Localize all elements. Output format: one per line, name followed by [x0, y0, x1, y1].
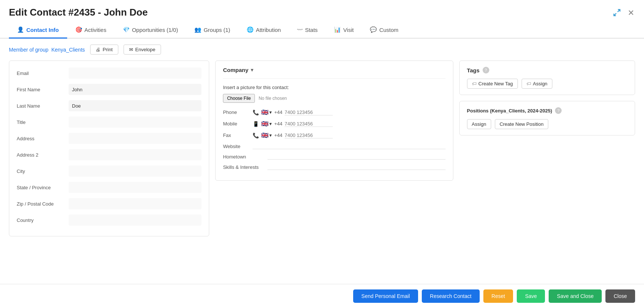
- choose-file-button[interactable]: Choose File: [223, 94, 255, 103]
- zip-field[interactable]: [69, 198, 201, 209]
- country-label: Country: [17, 217, 69, 223]
- middle-column: Company ▾ Insert a picture for this cont…: [215, 60, 453, 181]
- skills-row: Skills & Interests: [223, 164, 445, 170]
- attribution-icon: 🌐: [247, 26, 254, 33]
- fax-icon: 📞: [253, 132, 259, 138]
- send-personal-email-button[interactable]: Send Personal Email: [353, 289, 418, 303]
- print-button[interactable]: 🖨 Print: [90, 45, 118, 55]
- form-row-email: Email: [17, 67, 201, 79]
- assign-tag-button[interactable]: 🏷 Assign: [522, 79, 552, 89]
- tab-visit[interactable]: 📊 Visit: [326, 22, 362, 39]
- tab-opportunities[interactable]: 💎 Opportunities (1/0): [115, 22, 186, 39]
- tab-custom[interactable]: 💬 Custom: [362, 22, 407, 39]
- title-label: Title: [17, 119, 69, 125]
- phone-row: Phone 📞 🇬🇧 ▾ +44: [223, 109, 445, 116]
- fax-input-group: 📞 🇬🇧 ▾ +44: [253, 132, 445, 139]
- left-column: Email First Name Last Name Title: [9, 60, 209, 236]
- tag-actions: 🏷 Create New Tag 🏷 Assign: [467, 79, 627, 89]
- form-row-address: Address: [17, 132, 201, 145]
- form-row-city: City: [17, 165, 201, 177]
- address-field[interactable]: [69, 133, 201, 144]
- skills-input[interactable]: [267, 164, 445, 170]
- phone-flag-selector[interactable]: 🇬🇧 ▾: [261, 109, 272, 116]
- close-button[interactable]: Close: [605, 289, 635, 303]
- mobile-input-group: 📱 🇬🇧 ▾ +44: [253, 120, 445, 127]
- form-row-zip: Zip / Postal Code: [17, 197, 201, 210]
- positions-help-icon[interactable]: ?: [555, 107, 562, 114]
- create-new-position-button[interactable]: Create New Position: [495, 119, 549, 129]
- website-input[interactable]: [253, 143, 445, 149]
- hometown-input[interactable]: [267, 154, 445, 160]
- fax-prefix: +44: [274, 132, 282, 138]
- email-field[interactable]: [69, 68, 201, 79]
- address2-label: Address 2: [17, 152, 69, 158]
- firstname-field[interactable]: [69, 84, 201, 95]
- columns: Email First Name Last Name Title: [9, 60, 635, 236]
- mobile-flag: 🇬🇧: [261, 120, 269, 127]
- mobile-prefix: +44: [274, 121, 282, 127]
- expand-icon[interactable]: [613, 9, 621, 17]
- tab-contact-info[interactable]: 👤 Contact Info: [9, 22, 67, 39]
- zip-label: Zip / Postal Code: [17, 201, 69, 207]
- mobile-row: Mobile 📱 🇬🇧 ▾ +44: [223, 120, 445, 127]
- form-row-country: Country: [17, 214, 201, 226]
- mobile-icon: 📱: [253, 121, 259, 127]
- research-contact-button[interactable]: Research Contact: [422, 289, 480, 303]
- fax-flag-selector[interactable]: 🇬🇧 ▾: [261, 132, 272, 139]
- phone-flag: 🇬🇧: [261, 109, 269, 116]
- activities-icon: 🎯: [75, 26, 82, 33]
- positions-panel: Positions (Kenya_Clients, 2024-2025) ? A…: [459, 101, 635, 135]
- address2-field[interactable]: [69, 149, 201, 160]
- mobile-label: Mobile: [223, 121, 253, 127]
- group-bar: Member of group Kenya_Clients 🖨 Print ✉ …: [9, 45, 635, 55]
- company-section-title: Company ▾: [223, 67, 445, 73]
- tags-title: Tags: [467, 67, 480, 73]
- title-field[interactable]: [69, 117, 201, 128]
- form-row-lastname: Last Name: [17, 99, 201, 112]
- tags-panel: Tags ? 🏷 Create New Tag 🏷 Assign: [459, 60, 635, 95]
- edit-contact-modal: Edit Contact #2435 - John Doe 👤: [0, 0, 644, 308]
- city-field[interactable]: [69, 166, 201, 177]
- save-button[interactable]: Save: [517, 289, 545, 303]
- file-row: Choose File No file chosen: [223, 94, 445, 103]
- group-text: Member of group Kenya_Clients: [9, 47, 85, 53]
- fax-number-input[interactable]: [285, 132, 333, 138]
- right-column: Tags ? 🏷 Create New Tag 🏷 Assign: [459, 60, 635, 135]
- tab-attribution[interactable]: 🌐 Attribution: [239, 22, 289, 39]
- email-label: Email: [17, 71, 69, 76]
- assign-position-button[interactable]: Assign: [467, 119, 491, 129]
- company-chevron-icon: ▾: [251, 67, 253, 73]
- mobile-flag-selector[interactable]: 🇬🇧 ▾: [261, 120, 272, 127]
- tabs-bar: 👤 Contact Info 🎯 Activities 💎 Opportunit…: [0, 22, 644, 39]
- save-close-button[interactable]: Save and Close: [549, 289, 602, 303]
- city-label: City: [17, 168, 69, 174]
- lastname-label: Last Name: [17, 103, 69, 109]
- lastname-field[interactable]: [69, 100, 201, 111]
- reset-button[interactable]: Reset: [483, 289, 513, 303]
- mobile-number-input[interactable]: [285, 121, 333, 127]
- print-icon: 🖨: [96, 47, 101, 52]
- envelope-button[interactable]: ✉ Envelope: [124, 45, 161, 55]
- form-row-state: State / Province: [17, 181, 201, 194]
- tab-stats[interactable]: 〰 Stats: [289, 22, 326, 39]
- website-row: Website: [223, 143, 445, 149]
- positions-title: Positions (Kenya_Clients, 2024-2025): [467, 108, 552, 114]
- group-name: Kenya_Clients: [52, 47, 85, 53]
- envelope-icon: ✉: [129, 47, 133, 52]
- phone-label: Phone: [223, 109, 253, 115]
- phone-number-input[interactable]: [285, 109, 333, 115]
- country-field[interactable]: [69, 214, 201, 226]
- form-row-title: Title: [17, 116, 201, 128]
- tab-activities[interactable]: 🎯 Activities: [67, 22, 115, 39]
- hometown-row: Hometown: [223, 154, 445, 160]
- no-file-text: No file chosen: [259, 96, 287, 101]
- close-modal-icon[interactable]: [627, 9, 635, 17]
- state-label: State / Province: [17, 185, 69, 190]
- tab-groups[interactable]: 👥 Groups (1): [186, 22, 239, 39]
- firstname-label: First Name: [17, 87, 69, 92]
- state-field[interactable]: [69, 182, 201, 193]
- mobile-flag-chevron: ▾: [269, 121, 272, 127]
- create-new-tag-button[interactable]: 🏷 Create New Tag: [467, 79, 518, 89]
- tags-help-icon[interactable]: ?: [483, 67, 489, 73]
- form-row-address2: Address 2: [17, 148, 201, 161]
